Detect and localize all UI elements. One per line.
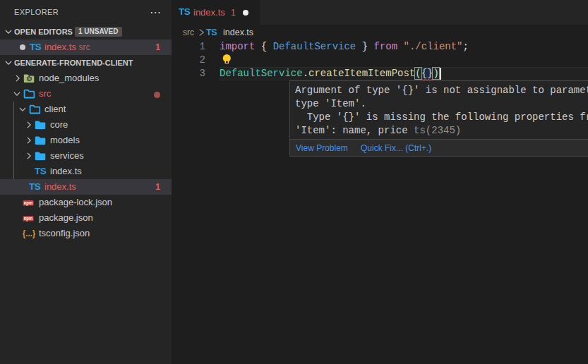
svg-text:npm: npm bbox=[24, 216, 33, 222]
svg-text:npm: npm bbox=[24, 200, 33, 206]
svg-text:{…}: {…} bbox=[23, 229, 35, 238]
